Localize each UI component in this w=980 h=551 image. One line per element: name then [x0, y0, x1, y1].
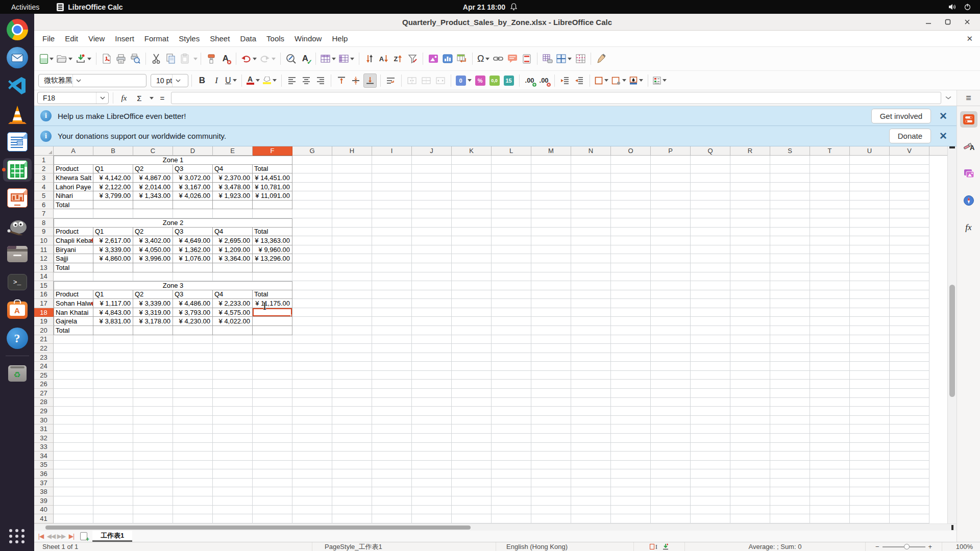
cell-H16[interactable]: [332, 290, 372, 299]
sheet-number-indicator[interactable]: Sheet 1 of 1: [34, 542, 312, 551]
cell-O23[interactable]: [611, 353, 651, 362]
cell-K20[interactable]: [452, 326, 492, 335]
cell-U11[interactable]: [850, 245, 890, 255]
cell-V11[interactable]: [890, 245, 929, 255]
cell-C26[interactable]: [133, 380, 173, 389]
cell-O31[interactable]: [611, 424, 651, 434]
cell-E28[interactable]: [213, 398, 253, 407]
cell-P28[interactable]: [651, 398, 691, 407]
cell-L38[interactable]: [492, 487, 531, 496]
cell-T13[interactable]: [810, 263, 850, 272]
cell-C7[interactable]: [133, 209, 173, 218]
cell-D4[interactable]: ¥ 3,167.00: [173, 183, 213, 192]
cell-P26[interactable]: [651, 380, 691, 389]
cell-M17[interactable]: [531, 299, 571, 308]
cell-R7[interactable]: [730, 209, 770, 218]
cell-T21[interactable]: [810, 335, 850, 344]
cell-V8[interactable]: [890, 218, 929, 228]
cell-J7[interactable]: [412, 209, 452, 218]
cell-F22[interactable]: [253, 344, 292, 353]
cell-I18[interactable]: [372, 308, 412, 317]
cell-T39[interactable]: [810, 496, 850, 506]
cell-R31[interactable]: [730, 424, 770, 434]
cell-Q19[interactable]: [691, 317, 730, 326]
cell-V21[interactable]: [890, 335, 929, 344]
cell-A1[interactable]: Zone 1: [54, 156, 292, 165]
cell-J10[interactable]: [412, 236, 452, 245]
cell-H8[interactable]: [332, 218, 372, 228]
cell-H5[interactable]: [332, 191, 372, 201]
cell-D17[interactable]: ¥ 4,486.00: [173, 299, 213, 308]
cell-B17[interactable]: ¥ 1,117.00: [93, 299, 133, 308]
cell-R20[interactable]: [730, 326, 770, 335]
cell-G40[interactable]: [292, 506, 332, 515]
cell-B24[interactable]: [93, 362, 133, 371]
cell-K14[interactable]: [452, 272, 492, 282]
font-name-combobox[interactable]: 微软雅黑: [38, 74, 146, 87]
cell-L4[interactable]: [492, 183, 531, 192]
cell-G31[interactable]: [292, 424, 332, 434]
split-window-button[interactable]: [555, 52, 573, 66]
cell-G22[interactable]: [292, 344, 332, 353]
cell-O28[interactable]: [611, 398, 651, 407]
undo-button[interactable]: [240, 52, 258, 66]
cell-V25[interactable]: [890, 371, 929, 380]
cell-V31[interactable]: [890, 424, 929, 434]
cell-O38[interactable]: [611, 487, 651, 496]
column-header-N[interactable]: N: [571, 146, 611, 156]
column-header-M[interactable]: M: [531, 146, 571, 156]
cell-A5[interactable]: Nihari: [54, 191, 93, 201]
row-header-11[interactable]: 11: [34, 245, 54, 255]
cell-D12[interactable]: ¥ 1,076.00: [173, 254, 213, 263]
cell-J28[interactable]: [412, 398, 452, 407]
cell-K30[interactable]: [452, 416, 492, 425]
cell-Q30[interactable]: [691, 416, 730, 425]
cell-R9[interactable]: [730, 228, 770, 237]
row-header-19[interactable]: 19: [34, 317, 54, 326]
cell-N34[interactable]: [571, 452, 611, 461]
close-notification-icon[interactable]: ✕: [937, 110, 949, 122]
cell-F37[interactable]: [253, 479, 292, 488]
cell-F32[interactable]: [253, 434, 292, 443]
cell-B16[interactable]: Q1: [93, 290, 133, 299]
wrap-text-button[interactable]: [384, 73, 398, 88]
cell-V27[interactable]: [890, 389, 929, 398]
row-header-35[interactable]: 35: [34, 461, 54, 470]
cell-O34[interactable]: [611, 452, 651, 461]
cell-B4[interactable]: ¥ 2,122.00: [93, 183, 133, 192]
cell-P31[interactable]: [651, 424, 691, 434]
cell-Q5[interactable]: [691, 191, 730, 201]
insert-chart-button[interactable]: [441, 52, 454, 66]
cell-G10[interactable]: [292, 236, 332, 245]
spreadsheet-grid[interactable]: ABCDEFGHIJKLMNOPQRSTUV 1Zone 12ProductQ1…: [34, 146, 947, 523]
cell-T31[interactable]: [810, 424, 850, 434]
cell-N10[interactable]: [571, 236, 611, 245]
cell-T18[interactable]: [810, 308, 850, 317]
cell-M19[interactable]: [531, 317, 571, 326]
cell-B13[interactable]: [93, 263, 133, 272]
cell-I41[interactable]: [372, 514, 412, 523]
cell-S1[interactable]: [770, 156, 810, 165]
cell-L24[interactable]: [492, 362, 531, 371]
cell-A10[interactable]: Chapli Kebab: [54, 236, 93, 245]
menu-sheet[interactable]: Sheet: [205, 32, 235, 45]
dock-google-chrome[interactable]: [3, 18, 32, 41]
column-header-O[interactable]: O: [611, 146, 651, 156]
cell-D27[interactable]: [173, 389, 213, 398]
cell-G37[interactable]: [292, 479, 332, 488]
cell-G33[interactable]: [292, 443, 332, 452]
cell-R21[interactable]: [730, 335, 770, 344]
cell-F9[interactable]: Total: [253, 228, 292, 237]
cell-I19[interactable]: [372, 317, 412, 326]
page-style-indicator[interactable]: PageStyle_工作表1: [312, 542, 496, 551]
cell-M30[interactable]: [531, 416, 571, 425]
cell-T23[interactable]: [810, 353, 850, 362]
cell-P20[interactable]: [651, 326, 691, 335]
cell-R25[interactable]: [730, 371, 770, 380]
cell-D35[interactable]: [173, 461, 213, 470]
cell-F12[interactable]: ¥ 13,296.00: [253, 254, 292, 263]
cell-V35[interactable]: [890, 461, 929, 470]
cell-J2[interactable]: [412, 165, 452, 174]
clock[interactable]: Apr 21 18:00: [463, 3, 505, 11]
cell-Q8[interactable]: [691, 218, 730, 228]
